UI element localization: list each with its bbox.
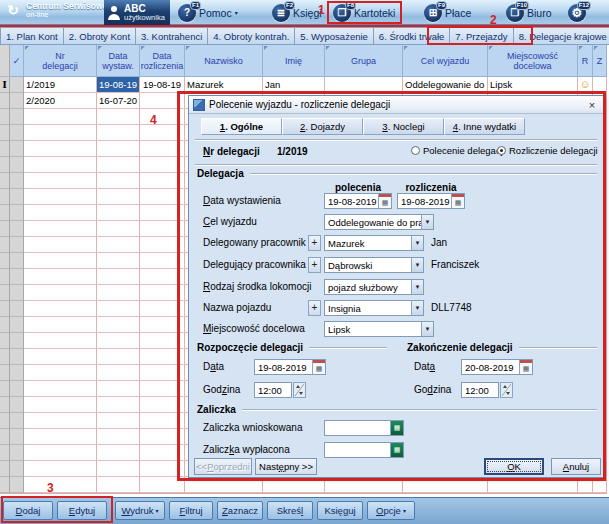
col-data-wystaw[interactable]: Data wystaw. — [97, 45, 140, 77]
group-rozpoczecie: Rozpoczęcie delegacji — [197, 342, 387, 353]
opcje-button[interactable]: Opcje▾ — [367, 501, 415, 520]
zaznacz-button[interactable]: Zaznacz — [217, 501, 263, 520]
cel-wyjazdu-select[interactable]: Oddelegowanie do pracy ▼ — [324, 214, 434, 230]
cell-nazwisko[interactable]: Mazurek — [185, 77, 263, 93]
check-column-header[interactable]: ✓ — [10, 45, 24, 77]
user-panel[interactable]: ABC użytkownika — [104, 0, 170, 25]
col-r[interactable]: R — [578, 45, 593, 77]
cell-data-rozliczenia[interactable] — [140, 93, 185, 109]
rozpoczecie-godzina-input[interactable]: 12:00 — [254, 382, 292, 398]
logo-subtitle: on-line — [26, 11, 107, 19]
chevron-down-icon[interactable]: ▼ — [411, 236, 423, 250]
fkey-badge: F12 — [577, 1, 591, 10]
time-spinner[interactable] — [293, 382, 306, 398]
data-wystawienia-rozliczenia-input[interactable]: 19-08-2019 ▦ — [397, 193, 465, 209]
col-data-rozliczenia[interactable]: Data rozliczenia — [140, 45, 185, 77]
tab-obroty-kontrah[interactable]: 4. Obroty kontrah. — [208, 27, 295, 45]
menu-biuro[interactable]: ❒ F10 Biuro — [506, 2, 552, 23]
dialog-title-bar[interactable]: Polecenie wyjazdu - rozliczenie delegacj… — [189, 96, 603, 114]
nazwa-pojazdu-label: Nazwa pojazdu — [203, 300, 271, 316]
menu-settings[interactable]: ⚙ F12 — [568, 2, 586, 23]
row-check-cell[interactable] — [10, 93, 24, 109]
radio-selected-icon — [497, 146, 506, 155]
tab-delegacje-krajowe[interactable]: 8. Delegacje krajowe — [514, 27, 609, 45]
tab-srodki-trwale[interactable]: 6. Środki trwałe — [374, 27, 450, 45]
calendar-icon[interactable]: ▦ — [312, 360, 325, 374]
calendar-icon[interactable]: ▦ — [519, 360, 532, 374]
col-nazwisko[interactable]: Nazwisko — [185, 45, 263, 77]
skresl-button[interactable]: Skreśl — [267, 501, 313, 520]
tab-wyposazenie[interactable]: 5. Wyposażenie — [295, 27, 374, 45]
time-spinner[interactable] — [500, 382, 513, 398]
rozpoczecie-data-input[interactable]: 19-08-2019 ▦ — [254, 359, 326, 375]
tab-plan-kont[interactable]: 1. Plan Kont — [0, 27, 64, 45]
wydruk-button[interactable]: Wydruk▾ — [115, 501, 165, 520]
col-imie[interactable]: Imię — [263, 45, 325, 77]
tab-kontrahenci[interactable]: 3. Kontrahenci — [136, 27, 208, 45]
cell-data-wystaw-selected[interactable]: 19-08-19 — [97, 77, 140, 93]
cell-nr[interactable]: 1/2019 — [24, 77, 97, 93]
table-row[interactable]: I 1/2019 19-08-19 19-08-19 Mazurek Jan O… — [0, 77, 607, 93]
tab-obroty-kont[interactable]: 2. Obroty Kont — [64, 27, 136, 45]
chevron-down-icon[interactable]: ▼ — [411, 258, 423, 272]
dodaj-button[interactable]: Dodaj — [3, 501, 53, 520]
cel-wyjazdu-label: Cel wyjazdu — [203, 214, 257, 230]
cell-data-rozliczenia[interactable]: 19-08-19 — [140, 77, 185, 93]
chevron-down-icon[interactable]: ▼ — [411, 280, 423, 294]
col-nr-delegacji[interactable]: Nr delegacji — [24, 45, 97, 77]
zaliczka-wnioskowana-input[interactable]: ▦ — [324, 420, 404, 436]
data-wystawienia-polecenia-input[interactable]: 19-08-2019 ▦ — [324, 193, 392, 209]
menu-ksiegi[interactable]: ≣ F2 Księgi — [272, 2, 322, 23]
filtruj-button[interactable]: Filtruj — [169, 501, 213, 520]
menu-kartoteki[interactable]: ❐ F8 Kartoteki — [333, 2, 395, 23]
cell-cel-wyjazdu[interactable]: Oddelegowanie do pracy — [403, 77, 488, 93]
close-icon[interactable]: × — [585, 98, 599, 112]
cell-grupa[interactable] — [325, 77, 403, 93]
chevron-down-icon[interactable]: ▼ — [411, 301, 423, 315]
chevron-down-icon[interactable]: ▼ — [421, 322, 433, 336]
tab-przejazdy[interactable]: 7. Przejazdy — [450, 27, 513, 45]
radio-rozliczenie-delegacji[interactable]: Rozliczenie delegacji — [497, 145, 598, 156]
miejscowosc-select[interactable]: Lipsk ▼ — [324, 321, 434, 337]
miejscowosc-label: Miejscowość docelowa — [203, 321, 305, 337]
delegujacy-first-name: Franciszek — [431, 257, 479, 273]
chevron-down-icon[interactable]: ▼ — [421, 215, 433, 229]
col-z[interactable]: Z — [593, 45, 607, 77]
col-grupa[interactable]: Grupa — [325, 45, 403, 77]
delegowany-select[interactable]: Mazurek ▼ — [324, 235, 424, 251]
col-cel-wyjazdu[interactable]: Cel wyjazdu — [403, 45, 488, 77]
calendar-icon[interactable]: ▦ — [378, 194, 391, 208]
table-row-empty[interactable] — [0, 477, 607, 493]
cell-nr[interactable]: 2/2020 — [24, 93, 97, 109]
zakonczenie-data-input[interactable]: 20-08-2019 ▦ — [461, 359, 533, 375]
add-employee-button[interactable]: + — [308, 235, 321, 251]
dialog-tab-dojazdy[interactable]: 2. Dojazdy — [282, 118, 363, 135]
zakonczenie-godzina-input[interactable]: 12:00 — [461, 382, 499, 398]
edytuj-button[interactable]: Edytuj — [57, 501, 107, 520]
row-check-cell[interactable] — [10, 77, 24, 93]
calendar-icon[interactable]: ▦ — [451, 194, 464, 208]
cancel-button[interactable]: Anuluj — [551, 458, 601, 475]
col-miejscowosc[interactable]: Miejscowość docelowa — [488, 45, 578, 77]
delegujacy-select[interactable]: Dąbrowski ▼ — [324, 257, 424, 273]
ok-button[interactable]: OK — [484, 458, 544, 475]
cell-miejscowosc[interactable]: Lipsk — [488, 77, 578, 93]
ksieguj-button[interactable]: Księguj — [317, 501, 363, 520]
menu-place[interactable]: ⊞ F9 Płace — [424, 2, 471, 23]
rodzaj-lokomocji-select[interactable]: pojazd służbowy ▼ — [324, 279, 424, 295]
cell-data-wystaw[interactable]: 16-07-20 — [97, 93, 140, 109]
add-employee-button[interactable]: + — [308, 257, 321, 273]
calculator-icon[interactable]: ▦ — [390, 443, 403, 457]
radio-polecenie-delegacji[interactable]: Polecenie delegacji — [411, 145, 505, 156]
dialog-tab-noclegi[interactable]: 3. Noclegi — [363, 118, 444, 135]
nazwa-pojazdu-select[interactable]: Insignia ▼ — [324, 300, 424, 316]
dialog-tab-ogolne[interactable]: 1. Ogólne — [201, 118, 282, 135]
dialog-tab-inne-wydatki[interactable]: 4. Inne wydatki — [444, 118, 525, 135]
calculator-icon[interactable]: ▦ — [390, 421, 403, 435]
next-button[interactable]: Następny >> — [255, 458, 317, 475]
add-vehicle-button[interactable]: + — [308, 300, 321, 316]
menu-pomoc[interactable]: ? F1 Pomoc ▾ — [178, 2, 238, 23]
previous-button[interactable]: << Poprzedni — [194, 458, 252, 475]
zaliczka-wyplacona-input[interactable]: ▦ — [324, 442, 404, 458]
cell-imie[interactable]: Jan — [263, 77, 325, 93]
